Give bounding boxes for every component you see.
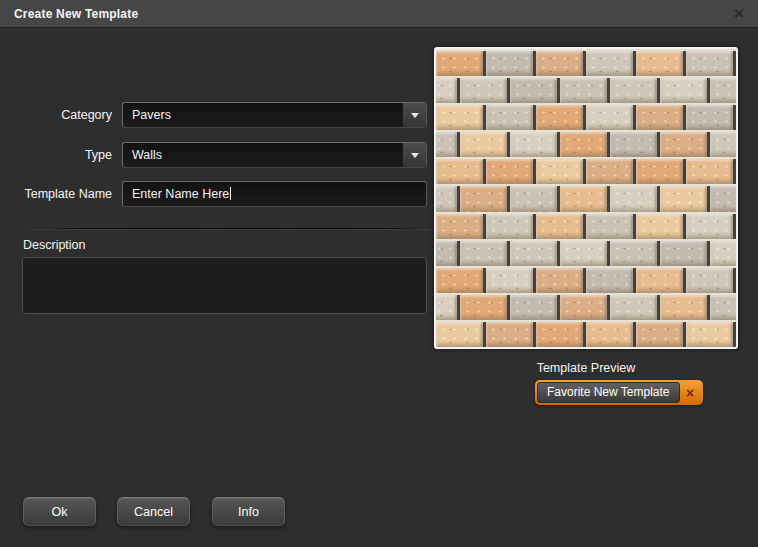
favorite-button-label: Favorite New Template xyxy=(537,382,680,403)
brick xyxy=(560,132,610,157)
type-label: Type xyxy=(0,142,112,168)
brick xyxy=(710,78,736,103)
brick xyxy=(460,241,510,266)
brick xyxy=(486,159,536,184)
brick xyxy=(510,295,560,320)
brick-row xyxy=(436,186,736,211)
close-icon[interactable]: × xyxy=(731,0,747,28)
dialog-title: Create New Template xyxy=(14,0,138,28)
brick xyxy=(636,51,686,76)
brick xyxy=(436,268,486,293)
brick xyxy=(560,78,610,103)
brick-row xyxy=(436,295,736,320)
brick xyxy=(710,295,736,320)
brick xyxy=(586,105,636,130)
create-new-template-dialog: Create New Template × Category Pavers Ty… xyxy=(0,0,758,547)
section-divider xyxy=(30,228,438,229)
brick xyxy=(436,105,486,130)
brick xyxy=(560,295,610,320)
brick xyxy=(636,214,686,239)
brick xyxy=(486,51,536,76)
brick xyxy=(536,105,586,130)
remove-favorite-icon[interactable]: × xyxy=(680,382,701,403)
brick-row xyxy=(436,51,736,76)
brick xyxy=(536,214,586,239)
brick-row xyxy=(436,159,736,184)
brick-row xyxy=(436,268,736,293)
brick xyxy=(460,78,510,103)
brick xyxy=(510,241,560,266)
description-textarea[interactable] xyxy=(22,257,427,314)
brick xyxy=(486,268,536,293)
category-dropdown-button[interactable] xyxy=(402,103,426,127)
brick xyxy=(486,105,536,130)
brick xyxy=(436,214,486,239)
brick xyxy=(686,214,736,239)
brick xyxy=(636,322,686,347)
brick xyxy=(586,159,636,184)
brick-row xyxy=(436,214,736,239)
brick-row xyxy=(436,78,736,103)
type-dropdown[interactable]: Walls xyxy=(122,142,427,168)
brick xyxy=(436,51,486,76)
brick xyxy=(686,322,736,347)
brick xyxy=(560,186,610,211)
type-value: Walls xyxy=(132,143,162,167)
brick xyxy=(460,295,510,320)
brick xyxy=(610,78,660,103)
brick-row xyxy=(436,241,736,266)
brick xyxy=(586,322,636,347)
text-caret xyxy=(230,187,231,200)
description-label: Description xyxy=(23,238,86,252)
brick xyxy=(436,78,460,103)
cancel-button[interactable]: Cancel xyxy=(117,497,190,526)
brick xyxy=(510,132,560,157)
brick xyxy=(610,132,660,157)
template-preview-label: Template Preview xyxy=(434,361,738,375)
template-name-value: Enter Name Here xyxy=(132,182,231,206)
chevron-down-icon xyxy=(411,113,419,118)
brick xyxy=(686,105,736,130)
brick xyxy=(710,186,736,211)
category-value: Pavers xyxy=(132,103,171,127)
brick xyxy=(510,78,560,103)
brick xyxy=(610,295,660,320)
chevron-down-icon xyxy=(411,153,419,158)
brick xyxy=(436,132,460,157)
brick xyxy=(486,322,536,347)
template-name-input[interactable]: Enter Name Here xyxy=(122,181,427,207)
brick xyxy=(436,186,460,211)
brick xyxy=(436,295,460,320)
brick xyxy=(660,186,710,211)
brick xyxy=(610,186,660,211)
brick xyxy=(636,268,686,293)
ok-button[interactable]: Ok xyxy=(23,497,96,526)
brick xyxy=(436,241,460,266)
title-bar: Create New Template × xyxy=(0,0,758,28)
brick xyxy=(710,241,736,266)
brick xyxy=(660,241,710,266)
brick xyxy=(636,159,686,184)
brick xyxy=(586,268,636,293)
brick xyxy=(660,78,710,103)
brick xyxy=(660,295,710,320)
category-label: Category xyxy=(0,102,112,128)
brick xyxy=(436,322,486,347)
brick xyxy=(586,214,636,239)
brick xyxy=(460,132,510,157)
brick xyxy=(660,132,710,157)
brick xyxy=(510,186,560,211)
brick xyxy=(710,132,736,157)
template-name-label: Template Name xyxy=(0,181,112,207)
favorite-new-template-button[interactable]: Favorite New Template × xyxy=(535,380,703,405)
brick xyxy=(586,51,636,76)
brick-row xyxy=(436,105,736,130)
type-dropdown-button[interactable] xyxy=(402,143,426,167)
info-button[interactable]: Info xyxy=(212,497,285,526)
brick xyxy=(686,268,736,293)
brick-row xyxy=(436,322,736,347)
category-dropdown[interactable]: Pavers xyxy=(122,102,427,128)
brick xyxy=(436,159,486,184)
brick xyxy=(460,186,510,211)
brick xyxy=(536,159,586,184)
